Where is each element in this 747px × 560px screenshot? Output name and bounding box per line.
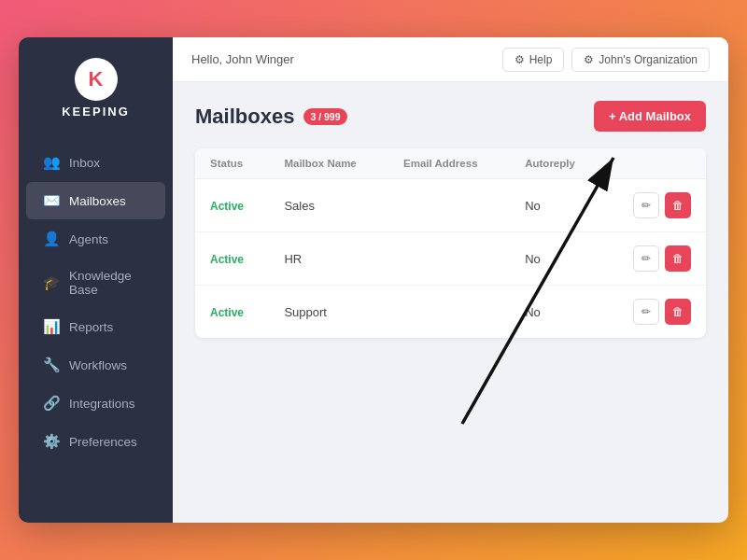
org-label: John's Organization <box>599 53 698 66</box>
cell-status: Active <box>195 179 269 232</box>
knowledge-base-icon: 🎓 <box>43 274 60 291</box>
table-row: Active Sales No ✏ 🗑 <box>195 179 706 232</box>
sidebar-item-knowledge-base[interactable]: 🎓 Knowledge Base <box>26 259 165 307</box>
mailboxes-table: Status Mailbox Name Email Address Autore… <box>195 148 706 338</box>
edit-button[interactable]: ✏ <box>633 192 659 218</box>
org-button[interactable]: ⚙ John's Organization <box>571 48 710 72</box>
sidebar-item-agents[interactable]: 👤 Agents <box>26 220 165 258</box>
status-badge: Active <box>210 306 244 319</box>
cell-status: Active <box>195 232 269 286</box>
mailboxes-icon: ✉️ <box>43 192 60 209</box>
mailboxes-table-container: Status Mailbox Name Email Address Autore… <box>195 148 706 338</box>
cell-autoreply: No <box>510 232 603 286</box>
integrations-icon: 🔗 <box>43 395 60 412</box>
sidebar-nav: 👥 Inbox ✉️ Mailboxes 👤 Agents 🎓 Knowledg… <box>19 135 173 523</box>
cell-email <box>388 179 510 232</box>
logo-circle: K <box>75 58 118 101</box>
status-badge: Active <box>210 253 244 266</box>
sidebar-label-integrations: Integrations <box>69 397 135 411</box>
page-title: Mailboxes <box>195 105 294 129</box>
mailbox-count-badge: 3 / 999 <box>303 108 346 125</box>
sidebar-label-reports: Reports <box>69 320 113 334</box>
delete-button[interactable]: 🗑 <box>665 192 691 218</box>
cell-mailbox-name: Support <box>269 286 388 339</box>
sidebar-item-preferences[interactable]: ⚙️ Preferences <box>26 423 165 460</box>
org-settings-icon: ⚙ <box>584 53 594 66</box>
logo-text: KEEPING <box>62 105 130 119</box>
cell-email <box>388 232 510 286</box>
sidebar-label-inbox: Inbox <box>69 156 100 170</box>
delete-button[interactable]: 🗑 <box>665 245 691 272</box>
sidebar-label-preferences: Preferences <box>69 435 137 449</box>
table-row: Active HR No ✏ 🗑 <box>195 232 706 286</box>
status-badge: Active <box>210 200 244 213</box>
page-header: Mailboxes 3 / 999 + Add Mailbox <box>195 101 706 132</box>
main-area: Hello, John Winger ⚙ Help ⚙ John's Organ… <box>173 37 728 523</box>
logo-area: K KEEPING <box>19 37 173 135</box>
cell-status: Active <box>195 286 269 339</box>
sidebar-label-knowledge-base: Knowledge Base <box>69 269 148 297</box>
sidebar-item-workflows[interactable]: 🔧 Workflows <box>26 346 165 384</box>
sidebar-item-reports[interactable]: 📊 Reports <box>26 308 165 345</box>
cell-actions: ✏ 🗑 <box>603 232 706 286</box>
cell-mailbox-name: Sales <box>269 179 388 232</box>
reports-icon: 📊 <box>43 318 60 335</box>
logo-letter: K <box>89 67 104 91</box>
sidebar-label-workflows: Workflows <box>69 358 127 372</box>
inbox-icon: 👥 <box>43 154 60 171</box>
cell-autoreply: No <box>510 286 603 339</box>
col-email-address: Email Address <box>388 148 510 179</box>
page-title-row: Mailboxes 3 / 999 <box>195 105 347 129</box>
table-row: Active Support No ✏ 🗑 <box>195 286 706 339</box>
workflows-icon: 🔧 <box>43 357 60 373</box>
help-button[interactable]: ⚙ Help <box>502 48 565 72</box>
col-autoreply: Autoreply <box>510 148 603 179</box>
topbar: Hello, John Winger ⚙ Help ⚙ John's Organ… <box>173 37 728 82</box>
add-mailbox-button[interactable]: + Add Mailbox <box>594 101 706 132</box>
col-mailbox-name: Mailbox Name <box>269 148 388 179</box>
greeting-text: Hello, John Winger <box>191 52 294 66</box>
cell-actions: ✏ 🗑 <box>603 286 706 339</box>
cell-autoreply: No <box>510 179 603 232</box>
sidebar-item-inbox[interactable]: 👥 Inbox <box>26 144 165 181</box>
sidebar-item-integrations[interactable]: 🔗 Integrations <box>26 385 165 422</box>
cell-email <box>388 286 510 339</box>
cell-mailbox-name: HR <box>269 232 388 286</box>
preferences-icon: ⚙️ <box>43 433 60 450</box>
edit-button[interactable]: ✏ <box>633 245 659 272</box>
sidebar-label-mailboxes: Mailboxes <box>69 194 126 208</box>
table-body: Active Sales No ✏ 🗑 Active HR No ✏ 🗑 Act… <box>195 179 706 339</box>
col-actions <box>603 148 706 179</box>
sidebar-label-agents: Agents <box>69 232 108 246</box>
sidebar: K KEEPING 👥 Inbox ✉️ Mailboxes 👤 Agents … <box>19 37 173 523</box>
sidebar-item-mailboxes[interactable]: ✉️ Mailboxes <box>26 182 165 219</box>
cell-actions: ✏ 🗑 <box>603 179 706 232</box>
help-gear-icon: ⚙ <box>514 53 525 66</box>
edit-button[interactable]: ✏ <box>633 299 659 325</box>
content-area: Mailboxes 3 / 999 + Add Mailbox Status M… <box>173 82 728 523</box>
table-header: Status Mailbox Name Email Address Autore… <box>195 148 706 179</box>
help-label: Help <box>529 53 553 66</box>
delete-button[interactable]: 🗑 <box>665 299 691 325</box>
agents-icon: 👤 <box>43 231 60 247</box>
col-status: Status <box>195 148 269 179</box>
topbar-actions: ⚙ Help ⚙ John's Organization <box>502 48 710 72</box>
